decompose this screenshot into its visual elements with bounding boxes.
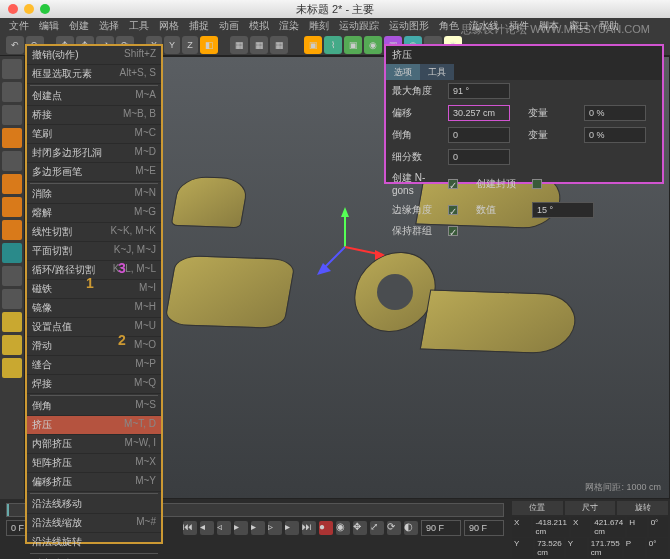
- attr-checkbox[interactable]: ✓: [448, 205, 458, 215]
- coord-cell[interactable]: 171.755 cm: [589, 538, 622, 558]
- ctx-item[interactable]: 框显选取元素Alt+S, S: [27, 65, 161, 84]
- menu-动画[interactable]: 动画: [216, 18, 242, 34]
- next-key-icon[interactable]: ▸: [285, 521, 299, 535]
- ctx-item[interactable]: 平面切割K~J, M~J: [27, 242, 161, 261]
- generator-icon[interactable]: ▣: [344, 36, 362, 54]
- ctx-item[interactable]: 封闭多边形孔洞M~D: [27, 144, 161, 163]
- coord-cell[interactable]: -418.211 cm: [533, 517, 569, 537]
- make-editable-icon[interactable]: [2, 59, 22, 79]
- ctx-item[interactable]: 缝合M~P: [27, 356, 161, 375]
- key-rot-icon[interactable]: ⟳: [387, 521, 401, 535]
- workplane-icon[interactable]: [2, 289, 22, 309]
- lock-x-icon[interactable]: [2, 312, 22, 332]
- coord-cell[interactable]: H: [627, 517, 646, 537]
- play-back-icon[interactable]: ▸: [234, 521, 248, 535]
- menu-运动图形[interactable]: 运动图形: [386, 18, 432, 34]
- attr-input[interactable]: 15 °: [532, 202, 594, 218]
- prev-frame-icon[interactable]: ◃: [217, 521, 231, 535]
- attr-checkbox[interactable]: [532, 179, 542, 189]
- coord-tab-pos[interactable]: 位置: [512, 501, 563, 515]
- ctx-item[interactable]: 创建点M~A: [27, 87, 161, 106]
- ctx-item[interactable]: 焊接M~Q: [27, 375, 161, 394]
- key-param-icon[interactable]: ◐: [404, 521, 418, 535]
- ctx-item[interactable]: 循环/路径切割K~L, M~L: [27, 261, 161, 280]
- coord-tab-rot[interactable]: 旋转: [617, 501, 668, 515]
- ctx-item[interactable]: 偏移挤压M~Y: [27, 473, 161, 492]
- menu-雕刻[interactable]: 雕刻: [306, 18, 332, 34]
- ctx-item[interactable]: 磁铁M~I: [27, 280, 161, 299]
- key-scale-icon[interactable]: ⤢: [370, 521, 384, 535]
- lock-z-icon[interactable]: [2, 358, 22, 378]
- attr-checkbox[interactable]: ✓: [448, 226, 458, 236]
- ctx-item[interactable]: 消除M~N: [27, 185, 161, 204]
- coord-cell[interactable]: Y: [512, 538, 533, 558]
- attr-input[interactable]: 91 °: [448, 83, 510, 99]
- axis-mode-icon[interactable]: [2, 151, 22, 171]
- ctx-item[interactable]: 沿法线缩放M~#: [27, 514, 161, 533]
- spline-icon[interactable]: ⌇: [324, 36, 342, 54]
- move-gizmo[interactable]: [305, 207, 385, 287]
- record-icon[interactable]: ●: [319, 521, 333, 535]
- menu-捕捉[interactable]: 捕捉: [186, 18, 212, 34]
- attr-input[interactable]: 0: [448, 127, 510, 143]
- ctx-item[interactable]: 滑动M~O: [27, 337, 161, 356]
- coord-cell[interactable]: 421.674 cm: [592, 517, 625, 537]
- max-dot[interactable]: [40, 4, 50, 14]
- ctx-item[interactable]: 撤销(动作)Shift+Z: [27, 46, 161, 65]
- coord-cell[interactable]: X: [512, 517, 531, 537]
- ctx-item[interactable]: 矩阵挤压M~X: [27, 454, 161, 473]
- ctx-item[interactable]: 多边形画笔M~E: [27, 163, 161, 182]
- autokey-icon[interactable]: ◉: [336, 521, 350, 535]
- attr-tab-options[interactable]: 选项: [386, 64, 420, 80]
- goto-end-icon[interactable]: ⏭: [302, 521, 316, 535]
- ctx-item[interactable]: 沿法线旋转: [27, 533, 161, 552]
- render-set-icon[interactable]: ▦: [270, 36, 288, 54]
- coord-cell[interactable]: P: [624, 538, 645, 558]
- menu-角色[interactable]: 角色: [436, 18, 462, 34]
- axis-y-button[interactable]: Y: [164, 36, 180, 54]
- coord-sys-icon[interactable]: ◧: [200, 36, 218, 54]
- close-dot[interactable]: [8, 4, 18, 14]
- frame-end2-input[interactable]: 90 F: [464, 520, 504, 536]
- ctx-item[interactable]: 笔刷M~C: [27, 125, 161, 144]
- ctx-item[interactable]: 内部挤压M~W, I: [27, 435, 161, 454]
- attr-input[interactable]: 0 %: [584, 127, 646, 143]
- ctx-item[interactable]: 线性切割K~K, M~K: [27, 223, 161, 242]
- menu-网格[interactable]: 网格: [156, 18, 182, 34]
- ctx-item[interactable]: 挤压M~T, D: [27, 416, 161, 435]
- menu-选择[interactable]: 选择: [96, 18, 122, 34]
- coord-cell[interactable]: X: [571, 517, 590, 537]
- model-mode-icon[interactable]: [2, 82, 22, 102]
- menu-创建[interactable]: 创建: [66, 18, 92, 34]
- attr-input[interactable]: 0: [448, 149, 510, 165]
- undo-icon[interactable]: ↶: [6, 36, 24, 54]
- prev-key-icon[interactable]: ◂: [200, 521, 214, 535]
- coord-cell[interactable]: 0°: [647, 538, 668, 558]
- snap-icon[interactable]: [2, 266, 22, 286]
- coord-tab-size[interactable]: 尺寸: [565, 501, 616, 515]
- menu-渲染[interactable]: 渲染: [276, 18, 302, 34]
- ctx-item[interactable]: 倒角M~S: [27, 397, 161, 416]
- poly-mode-icon[interactable]: [2, 220, 22, 240]
- coord-cell[interactable]: 0°: [649, 517, 668, 537]
- generator2-icon[interactable]: ◉: [364, 36, 382, 54]
- menu-文件[interactable]: 文件: [6, 18, 32, 34]
- render-pv-icon[interactable]: ▦: [250, 36, 268, 54]
- tweak-icon[interactable]: [2, 243, 22, 263]
- point-mode-icon[interactable]: [2, 174, 22, 194]
- attr-input[interactable]: 0 %: [584, 105, 646, 121]
- key-pos-icon[interactable]: ✥: [353, 521, 367, 535]
- axis-z-button[interactable]: Z: [182, 36, 198, 54]
- menu-编辑[interactable]: 编辑: [36, 18, 62, 34]
- attr-checkbox[interactable]: ✓: [448, 179, 458, 189]
- coord-cell[interactable]: Y: [566, 538, 587, 558]
- ctx-item[interactable]: 桥接M~B, B: [27, 106, 161, 125]
- render-icon[interactable]: ▦: [230, 36, 248, 54]
- ctx-item[interactable]: 对齐法线: [27, 555, 161, 559]
- ctx-item[interactable]: 设置点值M~U: [27, 318, 161, 337]
- object-mode-icon[interactable]: [2, 128, 22, 148]
- ctx-item[interactable]: 镜像M~H: [27, 299, 161, 318]
- attr-tab-tool[interactable]: 工具: [420, 64, 454, 80]
- attr-input[interactable]: 30.257 cm: [448, 105, 510, 121]
- frame-end-input[interactable]: 90 F: [421, 520, 461, 536]
